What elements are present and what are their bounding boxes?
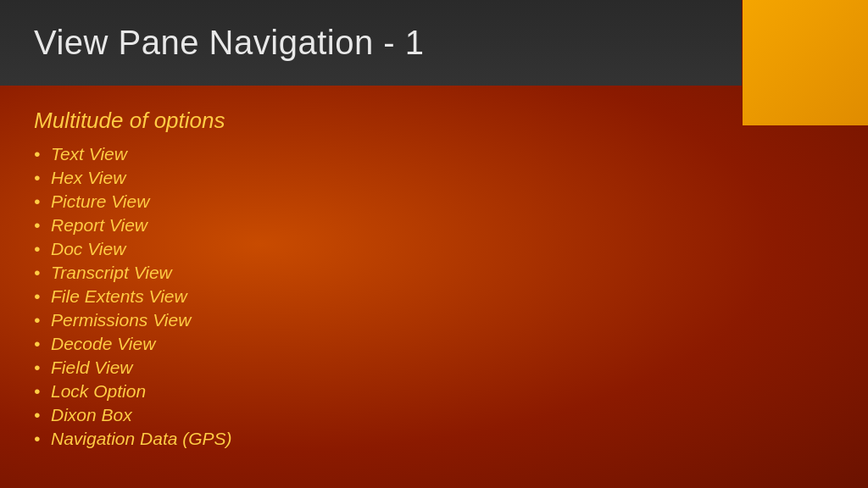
list-item: Lock Option [34, 380, 834, 403]
list-item: Transcript View [34, 261, 834, 285]
header-bar: View Pane Navigation - 1 [0, 0, 742, 86]
list-item: Permissions View [34, 308, 834, 332]
list-item: File Extents View [34, 285, 834, 308]
list-item: Navigation Data (GPS) [34, 427, 834, 451]
list-item: Decode View [34, 332, 834, 356]
list-item: Report View [34, 214, 834, 237]
list-item: Dixon Box [34, 403, 834, 427]
content-area: Multitude of options Text ViewHex ViewPi… [0, 99, 868, 468]
bullet-list: Text ViewHex ViewPicture ViewReport View… [34, 142, 834, 451]
page-title: View Pane Navigation - 1 [34, 24, 708, 62]
list-item: Text View [34, 142, 834, 166]
list-item: Picture View [34, 190, 834, 214]
list-item: Hex View [34, 166, 834, 190]
list-item: Field View [34, 356, 834, 380]
corner-accent [743, 0, 868, 125]
list-item: Doc View [34, 237, 834, 261]
main-heading: Multitude of options [34, 108, 834, 134]
